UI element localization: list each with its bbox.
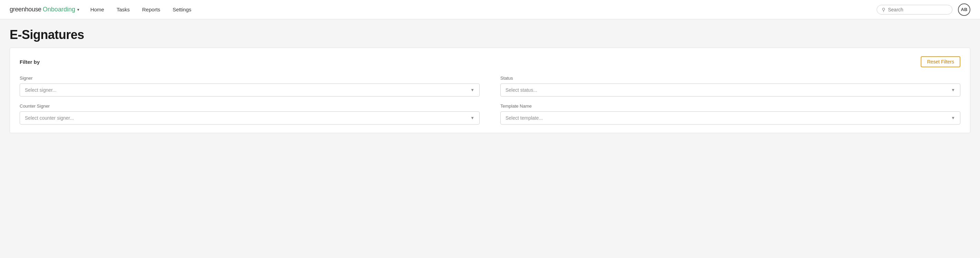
template-placeholder: Select template...	[506, 115, 543, 121]
page-header: E-Signatures	[0, 19, 980, 48]
template-chevron-icon: ▼	[951, 116, 955, 120]
filter-header: Filter by Reset Filters	[20, 56, 960, 67]
counter-signer-chevron-icon: ▼	[470, 116, 474, 120]
signer-chevron-icon: ▼	[470, 88, 474, 92]
filter-group-counter-signer: Counter Signer Select counter signer... …	[20, 104, 480, 124]
nav-right: ⚲ AB	[877, 3, 970, 16]
search-box[interactable]: ⚲	[877, 5, 953, 14]
filter-group-template: Template Name Select template... ▼	[500, 104, 960, 124]
status-placeholder: Select status...	[506, 87, 537, 93]
brand-onboarding-text: Onboarding	[43, 6, 75, 13]
status-label: Status	[500, 76, 960, 81]
nav-settings[interactable]: Settings	[173, 5, 191, 14]
reset-filters-button[interactable]: Reset Filters	[921, 56, 960, 67]
template-label: Template Name	[500, 104, 960, 109]
signer-placeholder: Select signer...	[25, 87, 57, 93]
nav-reports[interactable]: Reports	[142, 5, 161, 14]
status-chevron-icon: ▼	[951, 88, 955, 92]
filter-group-signer: Signer Select signer... ▼	[20, 76, 480, 97]
filter-by-label: Filter by	[20, 59, 40, 65]
nav-tasks[interactable]: Tasks	[116, 5, 130, 14]
counter-signer-select[interactable]: Select counter signer... ▼	[20, 111, 480, 124]
filter-group-status: Status Select status... ▼	[500, 76, 960, 97]
filter-panel: Filter by Reset Filters Signer Select si…	[10, 48, 970, 133]
page-title: E-Signatures	[10, 28, 970, 42]
search-icon: ⚲	[882, 7, 885, 13]
signer-label: Signer	[20, 76, 480, 81]
brand-greenhouse-text: greenhouse	[10, 6, 41, 13]
nav-links: Home Tasks Reports Settings	[90, 5, 877, 14]
counter-signer-placeholder: Select counter signer...	[25, 115, 74, 121]
search-input[interactable]	[888, 7, 947, 13]
nav-brand[interactable]: greenhouse Onboarding ▾	[10, 6, 79, 13]
signer-select[interactable]: Select signer... ▼	[20, 83, 480, 97]
template-select[interactable]: Select template... ▼	[500, 111, 960, 124]
nav-home[interactable]: Home	[90, 5, 104, 14]
status-select[interactable]: Select status... ▼	[500, 83, 960, 97]
brand-chevron-icon: ▾	[77, 7, 79, 12]
avatar[interactable]: AB	[958, 3, 970, 16]
filter-grid: Signer Select signer... ▼ Status Select …	[20, 76, 960, 124]
navbar: greenhouse Onboarding ▾ Home Tasks Repor…	[0, 0, 980, 19]
counter-signer-label: Counter Signer	[20, 104, 480, 109]
